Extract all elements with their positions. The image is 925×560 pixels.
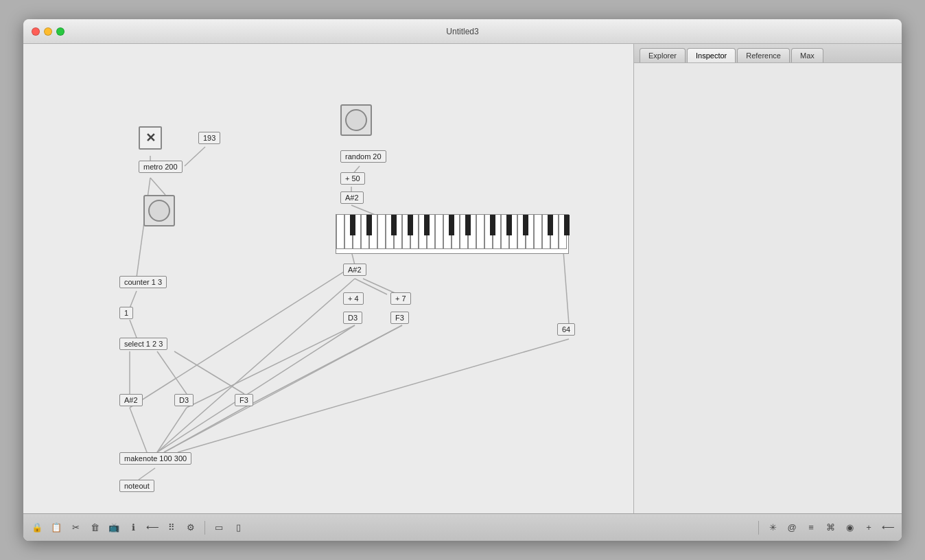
piano-white-key[interactable] xyxy=(493,215,501,249)
panel-tabs: Explorer Inspector Reference Max xyxy=(634,44,902,63)
cut-icon[interactable]: ✂ xyxy=(67,520,84,536)
info-icon[interactable]: ℹ xyxy=(125,520,141,536)
f3-mid-label: F3 xyxy=(395,314,404,322)
svg-line-23 xyxy=(139,468,155,480)
gear-icon[interactable]: ⚙ xyxy=(183,520,199,536)
select-node[interactable]: select 1 2 3 xyxy=(119,338,167,350)
plus7-node[interactable]: + 7 xyxy=(390,292,411,305)
panel-content xyxy=(634,63,902,513)
svg-line-8 xyxy=(130,291,137,308)
piano-white-key[interactable] xyxy=(394,215,402,249)
svg-line-13 xyxy=(130,408,147,452)
piano-white-key[interactable] xyxy=(386,215,394,249)
piano-white-key[interactable] xyxy=(361,215,369,249)
val64-node[interactable]: 64 xyxy=(557,323,575,336)
bang-circle xyxy=(345,109,367,131)
view2-icon[interactable]: ▯ xyxy=(230,520,246,536)
at-icon[interactable]: @ xyxy=(784,520,800,536)
d3-mid-node[interactable]: D3 xyxy=(343,312,362,324)
piano-white-key[interactable] xyxy=(336,215,344,249)
asharp2-top-node[interactable]: A#2 xyxy=(340,191,364,204)
svg-line-1 xyxy=(185,147,205,166)
add-icon[interactable]: + xyxy=(860,520,877,536)
d3-bot-node[interactable]: D3 xyxy=(174,394,194,406)
piano-white-key[interactable] xyxy=(377,215,386,249)
view1-icon[interactable]: ▭ xyxy=(211,520,227,536)
svg-line-14 xyxy=(157,408,187,452)
f3-bot-node[interactable]: F3 xyxy=(235,394,253,406)
delete-icon[interactable]: 🗑 xyxy=(86,520,103,536)
piano-white-key[interactable] xyxy=(460,215,468,249)
toggle-x-icon: ✕ xyxy=(145,132,156,144)
lock-icon[interactable]: 🔒 xyxy=(29,520,45,536)
counter-node[interactable]: counter 1 3 xyxy=(119,276,167,288)
select-label: select 1 2 3 xyxy=(124,340,163,348)
tab-reference[interactable]: Reference xyxy=(737,48,790,62)
tab-explorer[interactable]: Explorer xyxy=(640,48,686,62)
tab-max[interactable]: Max xyxy=(791,48,823,62)
minimize-button[interactable] xyxy=(44,27,52,36)
plus7-label: + 7 xyxy=(395,294,406,303)
makenote-node[interactable]: makenote 100 300 xyxy=(119,452,191,465)
metro-node[interactable]: metro 200 xyxy=(139,161,183,173)
piano-keyboard[interactable] xyxy=(336,214,569,254)
piano-white-key[interactable] xyxy=(534,215,542,249)
value-193-label: 193 xyxy=(203,134,215,142)
asharp2-mid-label: A#2 xyxy=(348,266,362,274)
star-icon[interactable]: ✳ xyxy=(764,520,781,536)
piano-white-key[interactable] xyxy=(476,215,484,249)
piano-white-key[interactable] xyxy=(443,215,452,249)
asharp2-mid-node[interactable]: A#2 xyxy=(343,264,366,276)
svg-line-2 xyxy=(150,178,165,195)
piano-white-key[interactable] xyxy=(526,215,534,249)
plus50-node[interactable]: + 50 xyxy=(340,172,365,185)
svg-line-25 xyxy=(187,325,355,408)
bang-node-left[interactable] xyxy=(143,195,175,226)
piano-white-key[interactable] xyxy=(468,215,476,249)
cmd-icon[interactable]: ⌘ xyxy=(822,520,839,536)
grid-icon[interactable]: ⠿ xyxy=(163,520,180,536)
d3-bot-label: D3 xyxy=(179,396,189,404)
random-node[interactable]: random 20 xyxy=(340,150,386,163)
piano-white-key[interactable] xyxy=(517,215,526,249)
int-node[interactable]: 1 xyxy=(119,307,133,319)
present-icon[interactable]: 📺 xyxy=(106,520,122,536)
piano-white-key[interactable] xyxy=(344,215,353,249)
piano-white-key[interactable] xyxy=(369,215,377,249)
patch-canvas[interactable]: ✕ 193 metro 200 random 20 + 50 xyxy=(23,44,634,513)
copy-icon[interactable]: 📋 xyxy=(48,520,65,536)
piano-white-key[interactable] xyxy=(501,215,509,249)
piano-white-key[interactable] xyxy=(410,215,419,249)
list-icon[interactable]: ≡ xyxy=(803,520,819,536)
close-button[interactable] xyxy=(32,27,40,36)
piano-white-key[interactable] xyxy=(550,215,559,249)
piano-white-key[interactable] xyxy=(484,215,493,249)
bang-node-top[interactable] xyxy=(340,104,372,136)
titlebar: Untitled3 xyxy=(23,19,902,44)
tab-inspector[interactable]: Inspector xyxy=(687,48,736,62)
piano-white-key[interactable] xyxy=(509,215,517,249)
makenote-label: makenote 100 300 xyxy=(124,454,187,463)
piano-white-key[interactable] xyxy=(435,215,443,249)
piano-white-key[interactable] xyxy=(419,215,427,249)
right-panel: Explorer Inspector Reference Max xyxy=(634,44,902,513)
radio-icon[interactable]: ◉ xyxy=(841,520,858,536)
piano-white-key[interactable] xyxy=(452,215,460,249)
d3-mid-label: D3 xyxy=(348,314,358,322)
piano-white-key[interactable] xyxy=(402,215,410,249)
noteout-node[interactable]: noteout xyxy=(119,480,154,492)
piano-white-key[interactable] xyxy=(559,215,567,249)
svg-line-22 xyxy=(563,251,569,324)
piano-white-key[interactable] xyxy=(353,215,361,249)
plus4-node[interactable]: + 4 xyxy=(343,292,364,305)
arrow-left-icon[interactable]: ⟵ xyxy=(880,520,896,536)
piano-white-key[interactable] xyxy=(427,215,435,249)
f3-mid-node[interactable]: F3 xyxy=(390,312,409,324)
value-193-node[interactable]: 193 xyxy=(198,132,220,144)
piano-white-key[interactable] xyxy=(542,215,550,249)
svg-line-18 xyxy=(157,279,355,452)
asharp2-bot-node[interactable]: A#2 xyxy=(119,394,143,406)
maximize-button[interactable] xyxy=(56,27,65,36)
toggle-node[interactable]: ✕ xyxy=(139,126,162,150)
back-icon[interactable]: ⟵ xyxy=(144,520,161,536)
